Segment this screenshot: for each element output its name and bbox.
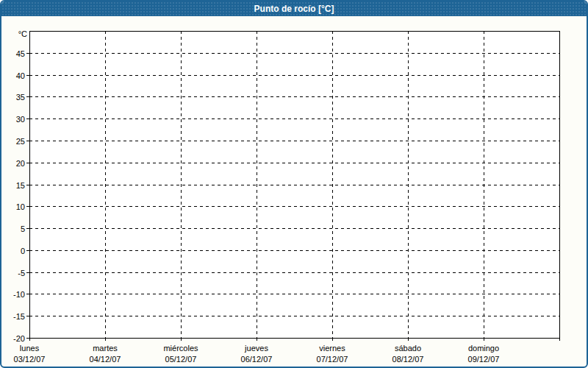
y-tick-label: 15 — [16, 181, 25, 190]
x-date-label: 03/12/07 — [14, 355, 46, 364]
y-tick-label: -5 — [18, 269, 25, 277]
x-date-label: 05/12/07 — [165, 355, 197, 364]
y-tick-label: 5 — [21, 224, 25, 233]
x-date-label: 08/12/07 — [392, 355, 424, 364]
y-tick-label: 10 — [16, 202, 25, 211]
x-day-label: sábado — [395, 344, 421, 353]
chart-title: Punto de rocío [°C] — [254, 4, 334, 14]
x-date-label: 06/12/07 — [241, 355, 273, 364]
x-day-label: miércoles — [163, 344, 198, 353]
y-tick-label: 45 — [16, 49, 25, 58]
y-tick-label: 35 — [16, 93, 25, 102]
chart-canvas: 454035302520151050-5-10-15-20°Clunes03/1… — [1, 16, 587, 367]
x-day-label: jueves — [244, 344, 268, 353]
x-day-label: lunes — [20, 344, 40, 353]
y-tick-label: 0 — [21, 247, 25, 255]
y-tick-label: 40 — [16, 71, 25, 80]
y-tick-label: 25 — [16, 137, 25, 146]
y-tick-label: 30 — [16, 115, 25, 124]
chart-window: Punto de rocío [°C] 454035302520151050-5… — [0, 0, 588, 368]
y-tick-label: -20 — [13, 334, 25, 343]
chart-title-bar: Punto de rocío [°C] — [1, 1, 587, 16]
y-tick-label: -15 — [13, 312, 25, 321]
x-day-label: domingo — [468, 344, 499, 353]
x-date-label: 04/12/07 — [90, 355, 121, 364]
x-day-label: martes — [93, 344, 118, 353]
y-tick-label: -10 — [13, 290, 25, 299]
x-date-label: 09/12/07 — [468, 355, 500, 364]
y-tick-label: 20 — [16, 159, 25, 168]
y-axis-unit-label: °C — [18, 29, 27, 38]
x-date-label: 07/12/07 — [317, 355, 348, 364]
x-day-label: viernes — [319, 344, 345, 353]
